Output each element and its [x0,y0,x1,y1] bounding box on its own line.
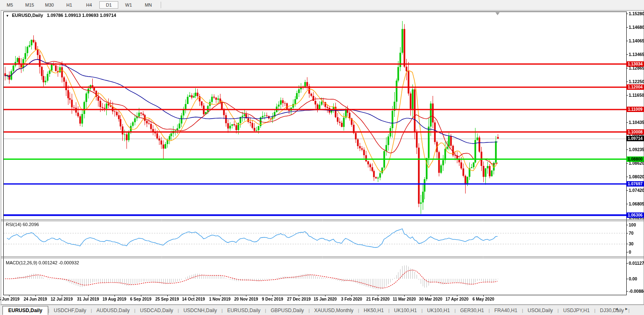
timeframe-button-h1[interactable]: H1 [60,1,79,9]
date-axis-label: 15 Jan 2020 [314,297,337,301]
price-axis-tick: 1.14680 [629,25,644,30]
level-price-tag: 1.11009 [626,107,644,112]
current-price-tag: 1.09714 [626,136,644,141]
timeframe-button-h4[interactable]: H4 [80,1,98,9]
date-axis-label: 12 Jul 2019 [51,297,73,301]
timeframe-toolbar: M5M15M30H1H4D1W1MN [0,0,644,10]
rsi-indicator-label: RSI(14) 60.2096 [6,222,39,227]
tab-separator: | [628,308,630,313]
timeframe-button-m5[interactable]: M5 [0,1,19,9]
chart-tab-usoil-daily[interactable]: USOil,Daily [523,306,557,315]
level-price-tag: 1.08800 [626,156,644,162]
date-axis-label: 5 Jun 2019 [0,297,19,301]
level-price-tag: 1.06306 [626,212,644,218]
date-axis-label: 25 Sep 2019 [155,297,179,301]
chart-tab-xauusd-monthly[interactable]: XAUUSD,Monthly [309,306,358,315]
trading-app-window: M5M15M30H1H4D1W1MN ▼EURUSD,Daily1.09786 … [0,0,644,315]
chart-ohlc-values: 1.09786 1.09913 1.09693 1.09714 [47,13,116,18]
date-axis-label: 20 Nov 2019 [234,297,258,301]
level-price-tag: 1.13034 [626,61,644,67]
chart-tab-usdjpy-h1[interactable]: USDJPY,H1 [559,306,594,315]
price-axis-tick: 1.13465 [629,52,644,57]
price-axis-tick: 1.08020 [629,174,644,179]
price-axis-tick: 1.06805 [629,201,644,206]
chart-tab-uk100-h1[interactable]: UK100,H1 [389,306,421,315]
chart-tab-usdchf-daily[interactable]: USDCHF,Daily [49,306,91,315]
date-axis-label: 6 Sep 2019 [130,297,152,301]
chart-tab-fra40-h1[interactable]: FRA40,H1 [490,306,522,315]
date-axis-label: 9 Dec 2019 [262,297,283,301]
chart-tab-gbpusd-daily[interactable]: GBPUSD,Daily [266,306,309,315]
tab-scroll-right-button[interactable]: ► [625,307,628,311]
timeframe-button-m15[interactable]: M15 [20,1,39,9]
tab-scroll-left-button[interactable]: ◄ [615,307,618,311]
timeframe-button-d1[interactable]: D1 [99,1,118,9]
price-axis-tick: 1.07420 [629,188,644,193]
date-axis-label: 27 Dec 2019 [287,297,311,301]
date-axis-label: 21 Feb 2020 [366,297,390,301]
chart-tab-bar: EURUSD,Daily|USDCHF,Daily|AUDUSD,Daily|U… [0,305,644,315]
date-axis-label: 3 Feb 2020 [341,297,362,301]
date-axis-label: 6 May 2020 [473,297,494,301]
price-axis-tick: 1.14065 [629,38,644,43]
price-axis-tick: 1.11650 [629,93,644,98]
chart-tab-audusd-daily[interactable]: AUDUSD,Daily [92,306,134,315]
chart-tab-hk50-h1[interactable]: HK50,H1 [359,306,389,315]
chart-tab-eurusd-daily[interactable]: EURUSD,Daily [2,306,48,315]
rsi-axis-tick: 100 [629,222,636,227]
chart-tab-usdcad-daily[interactable]: USDCAD,Daily [136,306,178,315]
level-price-tag: 1.10008 [626,129,644,135]
chart-tab-dj30-daily[interactable]: DJ30,Daily [595,306,628,315]
chart-ohlc-header: ▼EURUSD,Daily1.09786 1.09913 1.09693 1.0… [6,13,116,18]
date-axis-label: 1 Nov 2019 [209,297,230,301]
price-chart-canvas[interactable] [0,0,644,315]
date-axis-label: 11 Mar 2020 [393,297,416,301]
date-axis-label: 30 Mar 2020 [419,297,443,301]
price-axis-tick: 1.12250 [629,79,644,84]
timeframe-button-m30[interactable]: M30 [40,1,59,9]
toolbar-separator [161,2,161,8]
timeframe-button-mn[interactable]: MN [139,1,158,9]
rsi-axis-tick: 30 [629,241,634,246]
macd-axis-tick: -0.008845 [629,289,644,294]
chart-tab-eurusd-daily[interactable]: EURUSD,Daily [222,306,265,315]
symbol-dropdown-icon[interactable]: ▼ [6,14,9,18]
chart-tab-usdcnh-daily[interactable]: USDCNH,Daily [179,306,221,315]
rsi-axis-tick: 70 [629,231,634,236]
date-axis-label: 24 Jun 2019 [23,297,47,301]
chart-symbol-period: EURUSD,Daily [12,13,43,18]
price-axis-tick: 1.09235 [629,147,644,152]
date-axis-label: 17 Apr 2020 [445,297,468,301]
price-axis-tick: 1.10435 [629,120,644,125]
level-price-tag: 1.12004 [626,84,644,90]
macd-axis-tick: 0.00 [629,276,637,281]
date-axis-label: 19 Aug 2019 [103,297,126,301]
date-axis-label: 14 Oct 2019 [182,297,205,301]
date-axis-label: 31 Jul 2019 [77,297,99,301]
rsi-axis-tick: 0 [629,250,631,254]
macd-indicator-label: MACD(12,26,9) 0.001242 -0.000932 [6,260,79,265]
chart-tab-ger30-h1[interactable]: GER30,H1 [456,306,489,315]
macd-axis-tick: 0.011277 [629,261,644,266]
timeframe-button-w1[interactable]: W1 [119,1,138,9]
price-axis-tick: 1.15280 [629,11,644,16]
level-price-tag: 1.07697 [626,181,644,187]
chart-tab-uk100-h1[interactable]: UK100,H1 [423,306,454,315]
